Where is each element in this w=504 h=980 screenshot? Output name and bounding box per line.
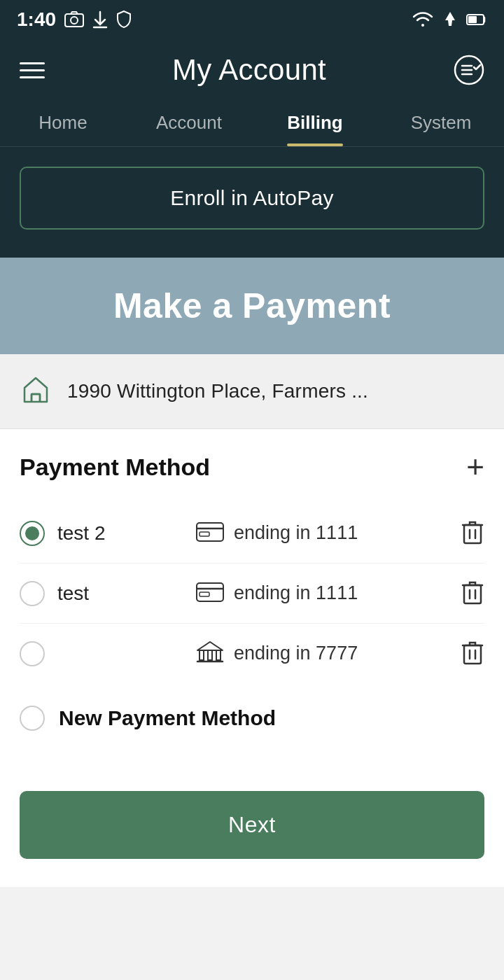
address-text: 1990 Wittington Place, Farmers ... (67, 380, 368, 402)
airplane-icon (441, 10, 459, 29)
bank-icon (196, 640, 224, 667)
spacer (0, 753, 504, 774)
payment-method-section: Payment Method + test 2 ending in 1111 (0, 429, 504, 683)
radio-test[interactable] (20, 581, 45, 606)
battery-icon (466, 13, 487, 26)
shield-icon (116, 10, 132, 29)
status-time: 1:40 (17, 8, 56, 31)
autopay-section: Enroll in AutoPay (0, 147, 504, 258)
radio-bank7777[interactable] (20, 641, 45, 666)
payment-method-header: Payment Method + (20, 451, 484, 482)
delete-test2-button[interactable] (461, 519, 484, 547)
tab-account[interactable]: Account (126, 98, 252, 146)
svg-rect-0 (65, 14, 83, 27)
svg-rect-19 (464, 585, 481, 603)
card-icon (196, 522, 224, 545)
app-header: My Account (0, 39, 504, 98)
download-icon (92, 10, 108, 29)
payment-item: test 2 ending in 1111 (20, 503, 484, 564)
svg-rect-4 (468, 16, 477, 23)
address-row: 1990 Wittington Place, Farmers ... (0, 354, 504, 429)
tab-billing[interactable]: Billing (252, 98, 378, 146)
card-info-test2: ending in 1111 (196, 522, 448, 545)
svg-rect-23 (200, 650, 204, 660)
card-icon-2 (196, 582, 224, 606)
nav-tabs: Home Account Billing System (0, 98, 504, 147)
page-title: My Account (172, 53, 326, 87)
hamburger-menu-button[interactable] (20, 62, 45, 78)
delete-bank7777-button[interactable] (461, 639, 484, 668)
payment-banner: Make a Payment (0, 258, 504, 354)
next-button[interactable]: Next (20, 791, 484, 859)
delete-test-button[interactable] (461, 579, 484, 608)
svg-rect-9 (31, 394, 40, 402)
status-bar: 1:40 (0, 0, 504, 39)
ending-test2: ending in 1111 (234, 522, 358, 544)
tab-home[interactable]: Home (0, 98, 126, 146)
svg-marker-22 (197, 642, 223, 650)
add-payment-button[interactable]: + (466, 451, 484, 482)
payment-name-test2: test 2 (57, 522, 183, 545)
radio-test2[interactable] (20, 521, 45, 546)
ending-bank7777: ending in 7777 (234, 643, 358, 664)
payment-item: ending in 7777 (20, 624, 484, 683)
svg-rect-25 (216, 650, 220, 660)
svg-rect-13 (464, 525, 481, 543)
svg-rect-24 (208, 650, 212, 660)
tab-system[interactable]: System (378, 98, 504, 146)
payment-name-test: test (57, 582, 183, 605)
home-icon (20, 374, 52, 409)
svg-rect-18 (200, 592, 209, 596)
new-payment-row: New Payment Method (0, 683, 504, 753)
svg-rect-12 (200, 532, 209, 536)
photo-icon (64, 11, 84, 28)
payment-item: test ending in 1111 (20, 564, 484, 624)
payment-banner-title: Make a Payment (20, 286, 484, 326)
svg-rect-27 (464, 645, 481, 664)
wifi-icon (412, 11, 434, 28)
payment-method-title: Payment Method (20, 454, 210, 481)
card-info-test: ending in 1111 (196, 582, 448, 606)
next-section: Next (0, 774, 504, 887)
ending-test: ending in 1111 (234, 582, 358, 604)
autopay-button[interactable]: Enroll in AutoPay (20, 167, 484, 230)
new-payment-label: New Payment Method (59, 706, 276, 730)
checklist-button[interactable] (454, 55, 484, 85)
radio-new-payment[interactable] (20, 706, 45, 731)
svg-point-1 (71, 17, 78, 24)
card-info-bank7777: ending in 7777 (196, 640, 448, 667)
